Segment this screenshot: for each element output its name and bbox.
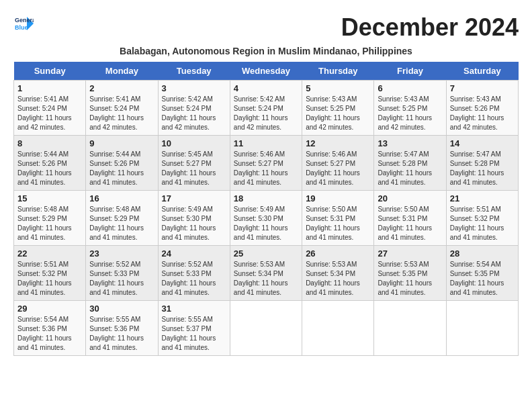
day-info: Sunrise: 5:46 AMSunset: 5:27 PMDaylight:… bbox=[234, 150, 298, 187]
month-title: December 2024 bbox=[341, 13, 519, 42]
day-info: Sunrise: 5:45 AMSunset: 5:27 PMDaylight:… bbox=[162, 150, 226, 187]
svg-text:Blue: Blue bbox=[15, 24, 28, 31]
header-monday: Monday bbox=[86, 62, 158, 81]
day-info: Sunrise: 5:54 AMSunset: 5:36 PMDaylight:… bbox=[17, 315, 82, 353]
day-number: 13 bbox=[378, 138, 442, 148]
day-info: Sunrise: 5:47 AMSunset: 5:28 PMDaylight:… bbox=[450, 150, 515, 187]
week-row-1: 1Sunrise: 5:41 AMSunset: 5:24 PMDaylight… bbox=[14, 81, 519, 136]
day-number: 16 bbox=[89, 193, 154, 203]
day-number: 23 bbox=[89, 248, 154, 259]
day-number: 21 bbox=[450, 193, 515, 203]
day-number: 30 bbox=[89, 304, 154, 314]
calendar-cell: 27Sunrise: 5:53 AMSunset: 5:35 PMDayligh… bbox=[374, 246, 446, 301]
calendar-cell: 30Sunrise: 5:55 AMSunset: 5:36 PMDayligh… bbox=[86, 301, 158, 356]
day-info: Sunrise: 5:52 AMSunset: 5:33 PMDaylight:… bbox=[162, 260, 226, 298]
calendar-cell: 21Sunrise: 5:51 AMSunset: 5:32 PMDayligh… bbox=[446, 191, 518, 246]
calendar-cell bbox=[302, 301, 374, 356]
header-wednesday: Wednesday bbox=[230, 62, 302, 81]
calendar-cell: 13Sunrise: 5:47 AMSunset: 5:28 PMDayligh… bbox=[374, 136, 446, 191]
calendar-cell: 24Sunrise: 5:52 AMSunset: 5:33 PMDayligh… bbox=[158, 246, 230, 301]
day-number: 3 bbox=[162, 83, 226, 93]
day-info: Sunrise: 5:51 AMSunset: 5:32 PMDaylight:… bbox=[17, 260, 82, 298]
calendar-cell: 12Sunrise: 5:46 AMSunset: 5:27 PMDayligh… bbox=[302, 136, 374, 191]
header-saturday: Saturday bbox=[446, 62, 518, 81]
day-number: 26 bbox=[306, 248, 370, 259]
calendar-cell: 23Sunrise: 5:52 AMSunset: 5:33 PMDayligh… bbox=[86, 246, 158, 301]
day-info: Sunrise: 5:49 AMSunset: 5:30 PMDaylight:… bbox=[162, 205, 226, 242]
day-number: 5 bbox=[306, 83, 370, 93]
calendar-cell: 4Sunrise: 5:42 AMSunset: 5:24 PMDaylight… bbox=[230, 81, 302, 136]
calendar-cell bbox=[374, 301, 446, 356]
day-info: Sunrise: 5:41 AMSunset: 5:24 PMDaylight:… bbox=[17, 95, 82, 132]
day-info: Sunrise: 5:50 AMSunset: 5:31 PMDaylight:… bbox=[306, 205, 370, 242]
calendar-cell: 22Sunrise: 5:51 AMSunset: 5:32 PMDayligh… bbox=[14, 246, 86, 301]
day-number: 10 bbox=[162, 138, 226, 148]
day-number: 22 bbox=[17, 248, 82, 259]
day-info: Sunrise: 5:43 AMSunset: 5:26 PMDaylight:… bbox=[450, 95, 515, 132]
header-friday: Friday bbox=[374, 62, 446, 81]
calendar-cell: 8Sunrise: 5:44 AMSunset: 5:26 PMDaylight… bbox=[14, 136, 86, 191]
calendar-cell: 16Sunrise: 5:48 AMSunset: 5:29 PMDayligh… bbox=[86, 191, 158, 246]
header-sunday: Sunday bbox=[14, 62, 86, 81]
day-info: Sunrise: 5:43 AMSunset: 5:25 PMDaylight:… bbox=[378, 95, 442, 132]
day-info: Sunrise: 5:53 AMSunset: 5:34 PMDaylight:… bbox=[234, 260, 298, 298]
calendar-cell: 28Sunrise: 5:54 AMSunset: 5:35 PMDayligh… bbox=[446, 246, 518, 301]
week-row-4: 22Sunrise: 5:51 AMSunset: 5:32 PMDayligh… bbox=[14, 246, 519, 301]
calendar-cell bbox=[230, 301, 302, 356]
header-tuesday: Tuesday bbox=[158, 62, 230, 81]
day-number: 8 bbox=[17, 138, 82, 148]
day-number: 7 bbox=[450, 83, 515, 93]
day-info: Sunrise: 5:49 AMSunset: 5:30 PMDaylight:… bbox=[234, 205, 298, 242]
calendar-cell: 9Sunrise: 5:44 AMSunset: 5:26 PMDaylight… bbox=[86, 136, 158, 191]
day-info: Sunrise: 5:52 AMSunset: 5:33 PMDaylight:… bbox=[89, 260, 154, 298]
day-number: 18 bbox=[234, 193, 298, 203]
calendar-cell: 7Sunrise: 5:43 AMSunset: 5:26 PMDaylight… bbox=[446, 81, 518, 136]
calendar-cell: 6Sunrise: 5:43 AMSunset: 5:25 PMDaylight… bbox=[374, 81, 446, 136]
calendar-table: SundayMondayTuesdayWednesdayThursdayFrid… bbox=[13, 62, 519, 356]
week-row-2: 8Sunrise: 5:44 AMSunset: 5:26 PMDaylight… bbox=[14, 136, 519, 191]
logo: General Blue bbox=[13, 13, 36, 34]
day-info: Sunrise: 5:42 AMSunset: 5:24 PMDaylight:… bbox=[234, 95, 298, 132]
day-number: 19 bbox=[306, 193, 370, 203]
calendar-cell: 3Sunrise: 5:42 AMSunset: 5:24 PMDaylight… bbox=[158, 81, 230, 136]
calendar-cell: 25Sunrise: 5:53 AMSunset: 5:34 PMDayligh… bbox=[230, 246, 302, 301]
day-info: Sunrise: 5:48 AMSunset: 5:29 PMDaylight:… bbox=[89, 205, 154, 242]
calendar-cell: 2Sunrise: 5:41 AMSunset: 5:24 PMDaylight… bbox=[86, 81, 158, 136]
calendar-cell: 5Sunrise: 5:43 AMSunset: 5:25 PMDaylight… bbox=[302, 81, 374, 136]
day-info: Sunrise: 5:54 AMSunset: 5:35 PMDaylight:… bbox=[450, 260, 515, 298]
calendar-cell: 15Sunrise: 5:48 AMSunset: 5:29 PMDayligh… bbox=[14, 191, 86, 246]
day-number: 15 bbox=[17, 193, 82, 203]
day-number: 29 bbox=[17, 304, 82, 314]
calendar-cell: 11Sunrise: 5:46 AMSunset: 5:27 PMDayligh… bbox=[230, 136, 302, 191]
calendar-cell: 1Sunrise: 5:41 AMSunset: 5:24 PMDaylight… bbox=[14, 81, 86, 136]
day-number: 27 bbox=[378, 248, 442, 259]
day-info: Sunrise: 5:55 AMSunset: 5:37 PMDaylight:… bbox=[162, 315, 226, 353]
calendar-cell: 10Sunrise: 5:45 AMSunset: 5:27 PMDayligh… bbox=[158, 136, 230, 191]
day-info: Sunrise: 5:48 AMSunset: 5:29 PMDaylight:… bbox=[17, 205, 82, 242]
day-number: 1 bbox=[17, 83, 82, 93]
day-info: Sunrise: 5:44 AMSunset: 5:26 PMDaylight:… bbox=[17, 150, 82, 187]
day-number: 20 bbox=[378, 193, 442, 203]
day-info: Sunrise: 5:43 AMSunset: 5:25 PMDaylight:… bbox=[306, 95, 370, 132]
calendar-cell: 19Sunrise: 5:50 AMSunset: 5:31 PMDayligh… bbox=[302, 191, 374, 246]
day-number: 31 bbox=[162, 304, 226, 314]
calendar-header: SundayMondayTuesdayWednesdayThursdayFrid… bbox=[14, 62, 519, 81]
day-number: 9 bbox=[89, 138, 154, 148]
week-row-5: 29Sunrise: 5:54 AMSunset: 5:36 PMDayligh… bbox=[14, 301, 519, 356]
day-info: Sunrise: 5:50 AMSunset: 5:31 PMDaylight:… bbox=[378, 205, 442, 242]
day-info: Sunrise: 5:46 AMSunset: 5:27 PMDaylight:… bbox=[306, 150, 370, 187]
month-title-section: December 2024 bbox=[341, 13, 519, 42]
day-number: 2 bbox=[89, 83, 154, 93]
logo-icon: General Blue bbox=[13, 13, 34, 34]
day-number: 12 bbox=[306, 138, 370, 148]
calendar-cell: 17Sunrise: 5:49 AMSunset: 5:30 PMDayligh… bbox=[158, 191, 230, 246]
header-thursday: Thursday bbox=[302, 62, 374, 81]
calendar-body: 1Sunrise: 5:41 AMSunset: 5:24 PMDaylight… bbox=[14, 81, 519, 356]
calendar-cell: 14Sunrise: 5:47 AMSunset: 5:28 PMDayligh… bbox=[446, 136, 518, 191]
day-number: 28 bbox=[450, 248, 515, 259]
day-number: 17 bbox=[162, 193, 226, 203]
day-number: 24 bbox=[162, 248, 226, 259]
day-info: Sunrise: 5:47 AMSunset: 5:28 PMDaylight:… bbox=[378, 150, 442, 187]
calendar-cell bbox=[446, 301, 518, 356]
day-number: 11 bbox=[234, 138, 298, 148]
